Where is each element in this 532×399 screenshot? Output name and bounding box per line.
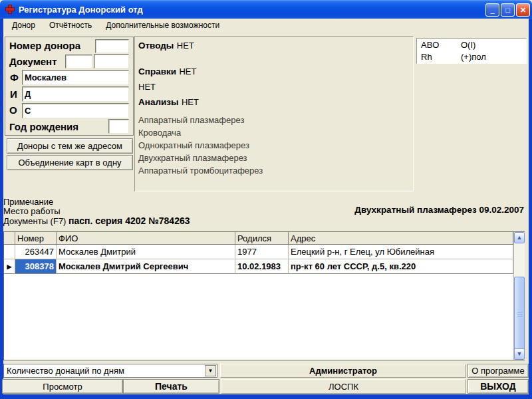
cell-number[interactable]: 308378: [15, 259, 57, 274]
donation-type-item: Двухкратный плазмаферез: [138, 153, 247, 163]
application-window: { "window": { "title": "Регистратура Дон…: [0, 0, 532, 399]
cell-fio[interactable]: Москалев Дмитрий Сергеевич: [57, 259, 235, 274]
last-donation-info: Двухкратный плазмаферез 09.02.2007: [354, 205, 524, 215]
document-label: Документ: [9, 56, 57, 67]
donation-type-item: Кроводача: [138, 128, 181, 138]
surname-input[interactable]: [22, 70, 129, 85]
donor-status-panel: Отводы НЕТ Справки НЕТ НЕТ Анализы НЕТ А…: [134, 36, 414, 192]
donor-number-input[interactable]: [95, 39, 129, 53]
row-indicator: [4, 245, 15, 259]
extra-status-value: НЕТ: [138, 82, 156, 92]
user-panel: Администратор: [220, 364, 466, 378]
about-button[interactable]: О программе: [467, 364, 529, 378]
cell-fio[interactable]: Москалев Дмитрий: [57, 245, 235, 259]
column-header-number[interactable]: Номер: [15, 232, 57, 245]
chevron-down-icon[interactable]: ▼: [514, 348, 525, 360]
donation-type-item: Аппаратный плазмаферез: [138, 115, 244, 125]
analyses-label: Анализы: [138, 97, 179, 107]
window-title: Регистратура Донорский отд: [19, 5, 143, 15]
donation-type-item: Аппаратный тромбоцитаферез: [138, 166, 263, 176]
window-border-right: [529, 19, 532, 399]
document-number-input[interactable]: [94, 54, 129, 68]
patronymic-input[interactable]: [22, 103, 129, 118]
row-pointer-icon: ▶: [4, 259, 15, 274]
birth-year-label: Год рождения: [9, 121, 78, 132]
exit-button[interactable]: ВЫХОД: [467, 379, 529, 394]
close-icon[interactable]: ✕: [516, 3, 530, 17]
chevron-up-icon[interactable]: ▲: [514, 232, 525, 243]
firstname-input[interactable]: [22, 86, 129, 102]
org-panel: ЛОСПК: [221, 379, 466, 394]
surname-label: Ф: [10, 72, 19, 83]
donors-table: Номер ФИО Родился Адрес 263447 Москалев …: [3, 231, 525, 360]
column-header-fio[interactable]: ФИО: [57, 232, 235, 245]
certificates-label: Справки: [138, 66, 176, 76]
workplace-label: Место работы: [3, 206, 61, 216]
documents-label: Документы (F7): [3, 216, 66, 226]
vertical-scrollbar[interactable]: ▲ ▼: [513, 232, 525, 360]
table-header-row: Номер ФИО Родился Адрес: [4, 232, 513, 245]
cell-born[interactable]: 1977: [235, 245, 289, 259]
chevron-down-icon[interactable]: ▼: [205, 365, 216, 376]
certificates-value: НЕТ: [179, 66, 196, 76]
firstname-label: И: [10, 88, 17, 100]
window-border-bottom: [0, 394, 532, 399]
scrollbar-thumb[interactable]: [514, 277, 525, 351]
cell-address[interactable]: Елецкий р-н, г Елец, ул Юбилейная: [289, 245, 513, 259]
analyses-value: НЕТ: [182, 97, 199, 107]
abo-label: ABO: [421, 40, 439, 50]
same-address-button[interactable]: Доноры с тем же адресом: [7, 138, 133, 154]
donor-search-panel: Номер донора Документ Ф И О Год рождения: [5, 37, 134, 136]
view-button[interactable]: Просмотр: [2, 379, 123, 394]
column-header-born[interactable]: Родился: [235, 232, 289, 245]
blood-group-panel: ABO O(I) Rh (+)пол: [416, 38, 527, 64]
merge-cards-button[interactable]: Объединение карт в одну: [7, 155, 133, 170]
birth-year-input[interactable]: [108, 119, 129, 134]
rh-label: Rh: [421, 52, 432, 62]
menu-extra[interactable]: Дополнительные возможности: [104, 20, 221, 31]
title-bar: Регистратура Донорский отд _ □ ✕: [0, 0, 532, 19]
document-series-input[interactable]: [65, 55, 92, 68]
maximize-icon[interactable]: □: [501, 3, 515, 17]
deferrals-label: Отводы: [138, 41, 174, 51]
red-cross-icon: [5, 4, 15, 15]
patronymic-label: О: [9, 104, 17, 116]
abo-value: O(I): [461, 40, 475, 50]
documents-value: пасп. серия 4202 №784263: [68, 215, 190, 226]
deferrals-value: НЕТ: [177, 41, 194, 51]
note-label: Примечание: [3, 197, 53, 207]
table-row[interactable]: 263447 Москалев Дмитрий 1977 Елецкий р-н…: [4, 245, 513, 259]
menu-reports[interactable]: Отчётность: [47, 20, 94, 31]
donation-type-item: Однократный плазмаферез: [138, 140, 249, 150]
print-button[interactable]: Печать: [123, 379, 219, 394]
menu-donor[interactable]: Донор: [10, 20, 37, 31]
table-row-selected[interactable]: ▶ 308378 Москалев Дмитрий Сергеевич 10.0…: [4, 259, 513, 274]
report-combobox[interactable]: Количество донаций по дням ▼: [3, 364, 217, 378]
rh-value: (+)пол: [461, 52, 486, 62]
cell-address[interactable]: пр-кт 60 лет СССР, д.5, кв.220: [289, 259, 513, 274]
menu-bar: Донор Отчётность Дополнительные возможно…: [3, 19, 529, 32]
report-combobox-value: Количество донаций по дням: [7, 366, 124, 376]
row-indicator-header: [4, 232, 15, 245]
cell-born[interactable]: 10.02.1983: [235, 259, 289, 274]
donor-number-label: Номер донора: [9, 40, 80, 51]
column-header-address[interactable]: Адрес: [289, 232, 513, 245]
minimize-icon[interactable]: _: [485, 3, 499, 17]
cell-number[interactable]: 263447: [15, 245, 57, 259]
